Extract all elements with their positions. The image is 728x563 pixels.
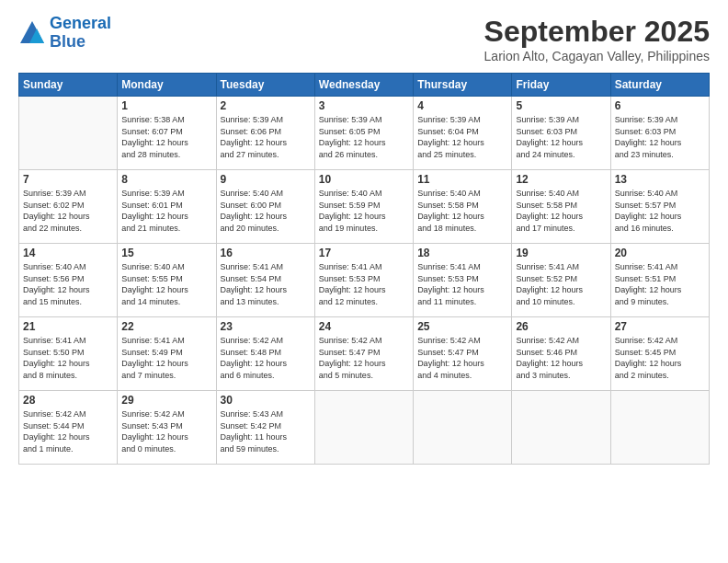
calendar-week-5: 28Sunrise: 5:42 AMSunset: 5:44 PMDayligh… xyxy=(19,391,710,465)
calendar-cell: 28Sunrise: 5:42 AMSunset: 5:44 PMDayligh… xyxy=(19,391,118,465)
calendar-cell: 2Sunrise: 5:39 AMSunset: 6:06 PMDaylight… xyxy=(216,97,314,170)
day-number: 13 xyxy=(615,173,705,186)
day-number: 26 xyxy=(516,320,606,333)
calendar-cell: 23Sunrise: 5:42 AMSunset: 5:48 PMDayligh… xyxy=(216,317,314,391)
day-number: 19 xyxy=(516,247,606,259)
day-number: 11 xyxy=(417,173,507,186)
day-info: Sunrise: 5:40 AMSunset: 5:59 PMDaylight:… xyxy=(319,188,409,234)
calendar-cell: 27Sunrise: 5:42 AMSunset: 5:45 PMDayligh… xyxy=(610,317,709,391)
col-saturday: Saturday xyxy=(610,74,709,97)
day-info: Sunrise: 5:42 AMSunset: 5:43 PMDaylight:… xyxy=(121,408,211,454)
calendar-cell: 13Sunrise: 5:40 AMSunset: 5:57 PMDayligh… xyxy=(610,170,709,244)
day-info: Sunrise: 5:42 AMSunset: 5:47 PMDaylight:… xyxy=(417,335,507,381)
day-number: 1 xyxy=(121,99,211,112)
day-info: Sunrise: 5:39 AMSunset: 6:02 PMDaylight:… xyxy=(23,188,113,234)
header: General Blue September 2025 Larion Alto,… xyxy=(18,15,710,63)
calendar-cell xyxy=(414,391,512,465)
col-monday: Monday xyxy=(118,74,216,97)
day-info: Sunrise: 5:40 AMSunset: 5:58 PMDaylight:… xyxy=(516,188,606,234)
calendar-cell: 15Sunrise: 5:40 AMSunset: 5:55 PMDayligh… xyxy=(118,244,216,317)
day-number: 16 xyxy=(221,247,311,259)
day-info: Sunrise: 5:39 AMSunset: 6:06 PMDaylight:… xyxy=(221,114,311,160)
day-info: Sunrise: 5:42 AMSunset: 5:47 PMDaylight:… xyxy=(319,335,409,381)
day-number: 28 xyxy=(23,394,113,407)
day-number: 22 xyxy=(121,320,211,333)
logo: General Blue xyxy=(18,15,111,52)
day-info: Sunrise: 5:39 AMSunset: 6:04 PMDaylight:… xyxy=(417,114,507,160)
day-info: Sunrise: 5:38 AMSunset: 6:07 PMDaylight:… xyxy=(121,114,211,160)
month-title: September 2025 xyxy=(484,15,710,49)
calendar-header-row: Sunday Monday Tuesday Wednesday Thursday… xyxy=(19,74,710,97)
day-info: Sunrise: 5:42 AMSunset: 5:45 PMDaylight:… xyxy=(615,335,705,381)
calendar-cell: 1Sunrise: 5:38 AMSunset: 6:07 PMDaylight… xyxy=(118,97,216,170)
day-number: 5 xyxy=(516,99,606,112)
day-info: Sunrise: 5:41 AMSunset: 5:53 PMDaylight:… xyxy=(417,261,507,307)
day-info: Sunrise: 5:42 AMSunset: 5:46 PMDaylight:… xyxy=(516,335,606,381)
day-number: 2 xyxy=(221,99,311,112)
day-info: Sunrise: 5:40 AMSunset: 5:57 PMDaylight:… xyxy=(615,188,705,234)
calendar-cell xyxy=(512,391,610,465)
calendar-cell xyxy=(610,391,709,465)
day-number: 18 xyxy=(417,247,507,259)
day-number: 10 xyxy=(319,173,409,186)
col-thursday: Thursday xyxy=(414,74,512,97)
calendar-cell: 3Sunrise: 5:39 AMSunset: 6:05 PMDaylight… xyxy=(314,97,413,170)
calendar-cell: 4Sunrise: 5:39 AMSunset: 6:04 PMDaylight… xyxy=(414,97,512,170)
calendar-cell: 6Sunrise: 5:39 AMSunset: 6:03 PMDaylight… xyxy=(610,97,709,170)
calendar-cell: 17Sunrise: 5:41 AMSunset: 5:53 PMDayligh… xyxy=(314,244,413,317)
calendar-week-2: 7Sunrise: 5:39 AMSunset: 6:02 PMDaylight… xyxy=(19,170,710,244)
col-sunday: Sunday xyxy=(19,74,118,97)
day-number: 14 xyxy=(23,247,113,259)
calendar-cell: 12Sunrise: 5:40 AMSunset: 5:58 PMDayligh… xyxy=(512,170,610,244)
day-info: Sunrise: 5:40 AMSunset: 6:00 PMDaylight:… xyxy=(221,188,311,234)
day-number: 29 xyxy=(121,394,211,407)
day-number: 12 xyxy=(516,173,606,186)
day-number: 8 xyxy=(121,173,211,186)
calendar-cell: 29Sunrise: 5:42 AMSunset: 5:43 PMDayligh… xyxy=(118,391,216,465)
calendar-cell: 16Sunrise: 5:41 AMSunset: 5:54 PMDayligh… xyxy=(216,244,314,317)
logo-text: General Blue xyxy=(50,15,111,52)
day-number: 6 xyxy=(615,99,705,112)
calendar-cell: 22Sunrise: 5:41 AMSunset: 5:49 PMDayligh… xyxy=(118,317,216,391)
col-tuesday: Tuesday xyxy=(216,74,314,97)
day-info: Sunrise: 5:41 AMSunset: 5:52 PMDaylight:… xyxy=(516,261,606,307)
day-info: Sunrise: 5:41 AMSunset: 5:53 PMDaylight:… xyxy=(319,261,409,307)
day-number: 20 xyxy=(615,247,705,259)
day-info: Sunrise: 5:39 AMSunset: 6:01 PMDaylight:… xyxy=(121,188,211,234)
calendar-cell: 14Sunrise: 5:40 AMSunset: 5:56 PMDayligh… xyxy=(19,244,118,317)
day-number: 15 xyxy=(121,247,211,259)
day-number: 27 xyxy=(615,320,705,333)
day-number: 9 xyxy=(221,173,311,186)
calendar-cell: 24Sunrise: 5:42 AMSunset: 5:47 PMDayligh… xyxy=(314,317,413,391)
day-info: Sunrise: 5:41 AMSunset: 5:50 PMDaylight:… xyxy=(23,335,113,381)
col-friday: Friday xyxy=(512,74,610,97)
day-info: Sunrise: 5:43 AMSunset: 5:42 PMDaylight:… xyxy=(221,408,311,454)
day-info: Sunrise: 5:41 AMSunset: 5:54 PMDaylight:… xyxy=(221,261,311,307)
calendar-cell: 10Sunrise: 5:40 AMSunset: 5:59 PMDayligh… xyxy=(314,170,413,244)
day-number: 25 xyxy=(417,320,507,333)
calendar-cell: 5Sunrise: 5:39 AMSunset: 6:03 PMDaylight… xyxy=(512,97,610,170)
logo-line1: General xyxy=(50,14,111,32)
calendar-week-3: 14Sunrise: 5:40 AMSunset: 5:56 PMDayligh… xyxy=(19,244,710,317)
calendar: Sunday Monday Tuesday Wednesday Thursday… xyxy=(18,73,710,465)
day-info: Sunrise: 5:39 AMSunset: 6:03 PMDaylight:… xyxy=(516,114,606,160)
logo-line2: Blue xyxy=(50,32,85,51)
day-info: Sunrise: 5:40 AMSunset: 5:56 PMDaylight:… xyxy=(23,261,113,307)
calendar-cell xyxy=(314,391,413,465)
day-info: Sunrise: 5:40 AMSunset: 5:58 PMDaylight:… xyxy=(417,188,507,234)
day-number: 4 xyxy=(417,99,507,112)
calendar-cell: 19Sunrise: 5:41 AMSunset: 5:52 PMDayligh… xyxy=(512,244,610,317)
calendar-cell: 25Sunrise: 5:42 AMSunset: 5:47 PMDayligh… xyxy=(414,317,512,391)
day-number: 21 xyxy=(23,320,113,333)
calendar-cell xyxy=(19,97,118,170)
day-number: 24 xyxy=(319,320,409,333)
calendar-cell: 7Sunrise: 5:39 AMSunset: 6:02 PMDaylight… xyxy=(19,170,118,244)
day-info: Sunrise: 5:39 AMSunset: 6:03 PMDaylight:… xyxy=(615,114,705,160)
day-number: 3 xyxy=(319,99,409,112)
logo-icon xyxy=(18,19,46,47)
day-number: 23 xyxy=(221,320,311,333)
calendar-cell: 26Sunrise: 5:42 AMSunset: 5:46 PMDayligh… xyxy=(512,317,610,391)
day-info: Sunrise: 5:39 AMSunset: 6:05 PMDaylight:… xyxy=(319,114,409,160)
day-info: Sunrise: 5:41 AMSunset: 5:49 PMDaylight:… xyxy=(121,335,211,381)
calendar-cell: 20Sunrise: 5:41 AMSunset: 5:51 PMDayligh… xyxy=(610,244,709,317)
